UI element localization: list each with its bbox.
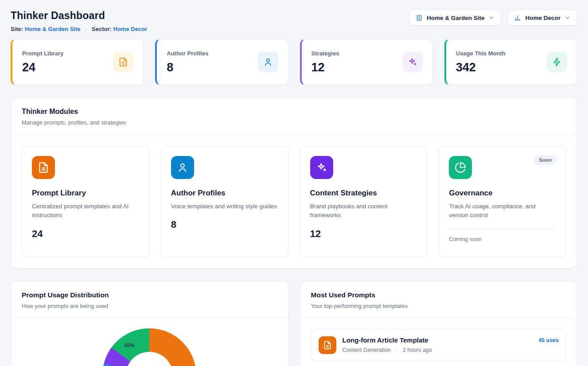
coming-soon-note: Coming soon — [449, 229, 556, 242]
stat-text: Prompt Library 24 — [22, 50, 63, 74]
module-title: Governance — [449, 189, 556, 198]
modules-title: Thinker Modules — [22, 108, 566, 116]
pie-chart-icon — [449, 156, 472, 179]
sector-label: Sector: — [92, 26, 112, 32]
module-title: Content Strategies — [310, 189, 417, 198]
stat-value: 342 — [456, 61, 506, 74]
module-description: Voice templates and writing style guides — [171, 202, 278, 211]
breadcrumb: Site: Home & Garden Site · Sector: Home … — [11, 26, 147, 32]
stats-row: Prompt Library 24 Author Profiles 8 Stra… — [11, 39, 577, 85]
stat-value: 12 — [312, 61, 339, 74]
dashboard-page: Thinker Dashboard Site: Home & Garden Si… — [0, 0, 588, 366]
site-selector-dropdown[interactable]: Home & Garden Site — [409, 10, 502, 26]
page-title: Thinker Dashboard — [11, 10, 147, 22]
module-title: Author Profiles — [171, 189, 278, 198]
prompt-title: Long-form Article Template — [343, 336, 533, 344]
site-selector-value: Home & Garden Site — [427, 15, 485, 21]
header-selectors: Home & Garden Site Home Decor — [409, 10, 577, 26]
file-text-icon — [319, 336, 336, 354]
prompt-meta: Content Generation · 2 hours ago — [343, 347, 533, 353]
chevron-down-icon — [565, 15, 571, 21]
modules-grid: Prompt Library Centralized prompt templa… — [11, 135, 577, 268]
module-count: 24 — [32, 228, 139, 240]
module-card-governance[interactable]: Soon Governance Track AI usage, complian… — [439, 146, 566, 257]
stat-card-author-profiles: Author Profiles 8 — [155, 39, 288, 85]
module-count: 12 — [310, 228, 417, 240]
usage-panel-title: Prompt Usage Distribution — [22, 291, 277, 299]
prompt-info: Long-form Article Template Content Gener… — [343, 336, 533, 353]
module-title: Prompt Library — [32, 189, 139, 198]
sparkle-star-icon — [310, 156, 333, 179]
stat-label: Strategies — [312, 50, 339, 57]
modules-subtitle: Manage prompts, profiles, and strategies — [22, 119, 566, 126]
donut-segment-label: 15% — [124, 343, 134, 348]
sector-link[interactable]: Home Decor — [113, 26, 148, 32]
prompt-list-item[interactable]: Long-form Article Template Content Gener… — [311, 329, 567, 361]
sector-selector-value: Home Decor — [525, 15, 561, 21]
header: Thinker Dashboard Site: Home & Garden Si… — [11, 10, 577, 32]
modules-header: Thinker Modules Manage prompts, profiles… — [11, 98, 577, 135]
soon-badge: Soon — [533, 155, 557, 165]
prompt-category: Content Generation — [343, 347, 391, 353]
breadcrumb-separator: · — [85, 26, 87, 32]
usage-panel-header: Prompt Usage Distribution How your promp… — [11, 281, 288, 319]
bottom-row: Prompt Usage Distribution How your promp… — [11, 281, 577, 366]
site-link[interactable]: Home & Garden Site — [25, 26, 81, 32]
stat-card-prompt-library: Prompt Library 24 — [11, 39, 144, 85]
stat-text: Usage This Month 342 — [456, 50, 506, 74]
bar-chart-icon — [514, 14, 521, 21]
module-card-author-profiles[interactable]: Author Profiles Voice templates and writ… — [161, 146, 288, 257]
stat-label: Author Profiles — [167, 50, 208, 57]
usage-donut: 15% — [102, 328, 196, 366]
prompt-time: 2 hours ago — [403, 347, 432, 353]
stat-value: 24 — [22, 61, 63, 74]
module-card-content-strategies[interactable]: Content Strategies Brand playbooks and c… — [300, 146, 428, 257]
prompt-uses-badge: 45 uses — [538, 337, 559, 343]
stat-label: Usage This Month — [456, 50, 506, 57]
module-count: 8 — [171, 219, 278, 230]
building-icon — [416, 14, 423, 21]
header-titles: Thinker Dashboard Site: Home & Garden Si… — [11, 10, 147, 32]
meta-separator: · — [396, 347, 397, 353]
usage-panel-subtitle: How your prompts are being used — [22, 303, 277, 309]
stat-value: 8 — [167, 61, 208, 74]
module-description: Centralized prompt templates and AI inst… — [32, 202, 139, 220]
module-description: Track AI usage, compliance, and version … — [449, 202, 556, 220]
stat-card-strategies: Strategies 12 — [300, 39, 433, 85]
stat-label: Prompt Library — [22, 50, 63, 57]
chart-area: 15% — [11, 319, 288, 366]
site-label: Site: — [11, 26, 23, 32]
person-icon — [171, 156, 194, 179]
person-icon — [258, 52, 278, 72]
chevron-down-icon — [488, 15, 495, 21]
usage-distribution-panel: Prompt Usage Distribution How your promp… — [11, 281, 288, 366]
prompts-panel-title: Most Used Prompts — [311, 291, 567, 299]
prompts-panel-subtitle: Your top-performing prompt templates — [311, 303, 567, 309]
stat-text: Strategies 12 — [312, 50, 339, 74]
module-description: Brand playbooks and content frameworks — [310, 202, 417, 220]
thinker-modules-section: Thinker Modules Manage prompts, profiles… — [11, 97, 577, 269]
stat-text: Author Profiles 8 — [167, 50, 208, 74]
most-used-prompts-panel: Most Used Prompts Your top-performing pr… — [300, 281, 578, 366]
file-text-icon — [32, 156, 55, 179]
lightning-icon — [547, 52, 567, 72]
prompts-panel-header: Most Used Prompts Your top-performing pr… — [300, 281, 577, 319]
sector-selector-dropdown[interactable]: Home Decor — [507, 10, 577, 26]
stat-card-usage: Usage This Month 342 — [444, 39, 577, 85]
module-card-prompt-library[interactable]: Prompt Library Centralized prompt templa… — [22, 146, 149, 257]
sparkle-star-icon — [402, 52, 423, 72]
file-text-icon — [113, 52, 133, 72]
